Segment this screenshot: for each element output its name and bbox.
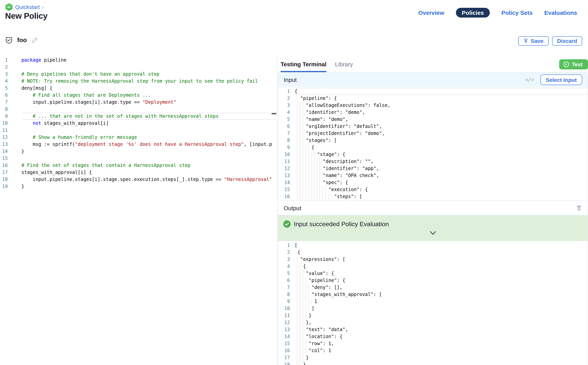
- code-token: "stages": [: [306, 138, 337, 143]
- code-line[interactable]: 16# Find the set of stages that contain …: [0, 162, 277, 169]
- line-number: 18: [278, 361, 290, 365]
- code-line[interactable]: 1[: [278, 242, 588, 249]
- code-line[interactable]: 5 "value": {: [278, 270, 588, 277]
- code-line[interactable]: 7 input.pipeline.stages[i].stage.type ==…: [0, 99, 277, 106]
- discard-button[interactable]: Discard: [552, 36, 582, 46]
- code-line[interactable]: 8 "stages_with_approval": [: [278, 291, 588, 298]
- chevron-down-icon[interactable]: [430, 231, 436, 235]
- code-token: # NOTE: Try removing the HarnessApproval…: [21, 78, 258, 84]
- code-line-text: {: [294, 144, 588, 151]
- tab-overview[interactable]: Overview: [418, 9, 444, 16]
- code-line[interactable]: 7 "projectIdentifier": "demo",: [278, 130, 588, 137]
- code-line[interactable]: 10 ]: [278, 305, 588, 312]
- code-line[interactable]: 12 # Show a human-friendly error message: [0, 134, 277, 141]
- tab-library[interactable]: Library: [335, 56, 353, 72]
- indent-guide: [21, 113, 33, 120]
- trash-icon[interactable]: [576, 204, 582, 211]
- code-line[interactable]: 3# Deny pipelines that don't have an app…: [0, 70, 277, 77]
- code-line[interactable]: 15: [0, 155, 277, 162]
- output-json-editor[interactable]: 1[2 {3 "expressions": [4 {5 "value": {6 …: [278, 241, 588, 365]
- code-line[interactable]: 11 "description": "",: [278, 158, 588, 165]
- indent-guide: [21, 141, 33, 148]
- code-line[interactable]: 13 "text": "data",: [278, 326, 588, 333]
- code-line[interactable]: 4# NOTE: Try removing the HarnessApprova…: [0, 77, 277, 85]
- harness-logo-icon: ∞: [5, 3, 13, 11]
- code-line[interactable]: 15 "execution": {: [278, 186, 588, 193]
- code-line[interactable]: 17stages_with_approval[i] {: [0, 169, 277, 176]
- code-line[interactable]: 8: [0, 106, 277, 113]
- breadcrumb-link-quickstart[interactable]: Quickstart: [15, 4, 40, 10]
- code-line-text: "name": "demo",: [294, 116, 588, 123]
- code-line[interactable]: 5deny[msg] {: [0, 85, 277, 92]
- code-line[interactable]: 16 "col": 1: [278, 347, 588, 354]
- panel-tabs: Testing Terminal Library Test: [277, 56, 588, 72]
- edit-pencil-icon[interactable]: [31, 37, 38, 43]
- code-line[interactable]: 14 "spec": {: [278, 179, 588, 186]
- code-line[interactable]: 14}: [0, 148, 277, 155]
- code-line[interactable]: 18 }: [278, 361, 588, 365]
- line-number: 1: [0, 56, 8, 63]
- code-line[interactable]: 5 "name": "demo",: [278, 116, 588, 123]
- code-line[interactable]: 12 "identifier": "app",: [278, 165, 588, 172]
- input-json-editor[interactable]: 1{2 "pipeline": {3 "allowStageExecutions…: [278, 87, 588, 201]
- code-line[interactable]: 9 1: [278, 298, 588, 305]
- code-line[interactable]: 6 "orgIdentifier": "default",: [278, 123, 588, 130]
- code-line[interactable]: 6 "pipeline": {: [278, 277, 588, 284]
- code-line[interactable]: 18 input.pipeline.stages[i].stage.spec.e…: [0, 176, 277, 183]
- tab-testing-terminal[interactable]: Testing Terminal: [280, 56, 327, 72]
- code-line[interactable]: 10 not stages_with_approval[i]: [0, 120, 277, 127]
- code-line[interactable]: 10 "stage": {: [278, 151, 588, 158]
- tab-evaluations[interactable]: Evaluations: [544, 9, 577, 16]
- line-number: 16: [0, 162, 8, 169]
- line-number: 6: [278, 277, 290, 284]
- code-token: package: [21, 57, 41, 63]
- code-line[interactable]: 19}: [0, 183, 277, 190]
- code-line[interactable]: 3 "expressions": [: [278, 256, 588, 263]
- code-line[interactable]: 4 "identifier": "demo",: [278, 109, 588, 116]
- code-line[interactable]: 11 }: [278, 312, 588, 319]
- tab-policies[interactable]: Policies: [456, 8, 490, 17]
- code-line[interactable]: 9 {: [278, 144, 588, 151]
- code-line[interactable]: 17 }: [278, 354, 588, 361]
- code-line[interactable]: 13 "name": "OPA check",: [278, 172, 588, 179]
- code-line[interactable]: 1{: [278, 88, 588, 95]
- code-line[interactable]: 9 # ... that are not in the set of stage…: [0, 113, 277, 120]
- code-line-text: # NOTE: Try removing the HarnessApproval…: [21, 77, 277, 85]
- test-button[interactable]: Test: [559, 59, 588, 70]
- code-line-text: "pipeline": {: [294, 95, 588, 102]
- code-line-text: "col": 1: [294, 347, 588, 354]
- code-line-text: }: [21, 183, 277, 190]
- code-line[interactable]: 13 msg := sprintf("deployment stage '%s'…: [0, 141, 277, 148]
- code-line[interactable]: 15 "row": 1,: [278, 340, 588, 347]
- code-line[interactable]: 2: [0, 63, 277, 70]
- code-line[interactable]: 1package pipeline: [0, 56, 277, 63]
- line-number: 9: [278, 144, 290, 151]
- code-line-text: "row": 1,: [294, 340, 588, 347]
- indent-guide: [303, 123, 306, 130]
- line-number: 2: [278, 249, 290, 256]
- select-input-button[interactable]: Select Input: [540, 75, 582, 85]
- code-line[interactable]: 7 "deny": [],: [278, 284, 588, 291]
- code-line[interactable]: 6 # Find all stages that are Deployments…: [0, 92, 277, 99]
- code-line[interactable]: 16 "steps": [: [278, 193, 588, 200]
- tab-policy-sets[interactable]: Policy Sets: [501, 9, 533, 16]
- code-line[interactable]: 11: [0, 127, 277, 134]
- chevron-right-icon: ›: [42, 4, 44, 10]
- policy-code-editor[interactable]: 1package pipeline23# Deny pipelines that…: [0, 56, 277, 365]
- code-line[interactable]: 3 "allowStageExecutions": false,: [278, 102, 588, 109]
- code-line[interactable]: 14 "location": {: [278, 333, 588, 340]
- code-line[interactable]: 2 "pipeline": {: [278, 95, 588, 102]
- code-line[interactable]: 4 {: [278, 263, 588, 270]
- code-line[interactable]: 8 "stages": [: [278, 137, 588, 144]
- code-view-icon[interactable]: </>: [525, 77, 534, 83]
- code-token: },: [306, 320, 312, 325]
- indent-guide: [314, 151, 317, 158]
- indent-guide: [303, 270, 306, 277]
- line-number: 11: [278, 158, 290, 165]
- save-button[interactable]: Save: [518, 36, 548, 46]
- code-line[interactable]: 2 {: [278, 249, 588, 256]
- indent-guide: [303, 109, 306, 116]
- code-line[interactable]: 12 },: [278, 319, 588, 326]
- indent-guide: [303, 102, 306, 109]
- code-token: {: [294, 89, 297, 94]
